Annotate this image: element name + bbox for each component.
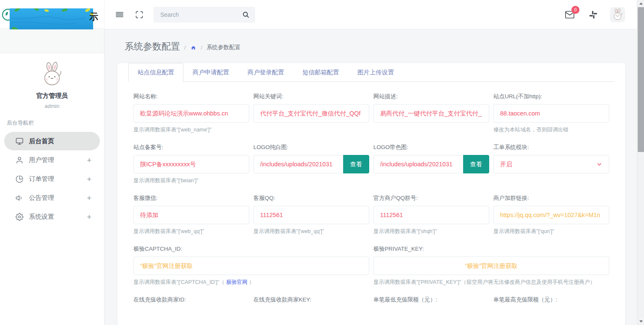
search-icon[interactable] — [242, 11, 250, 18]
field-label: 客服微信: — [133, 194, 249, 202]
sidebar-nav: 后台首页 用户管理 + 订单管理 + 公告管理 + — [0, 132, 104, 226]
site-info-form: 网站名称: 显示调用数据库表"['web_name']" 网站关键词: 网站描述… — [117, 82, 625, 317]
field-helper: 显示调用数据库表"['beian']" — [133, 177, 249, 184]
rabbit-avatar-small — [611, 8, 624, 21]
expand-plus-icon[interactable]: + — [87, 194, 91, 202]
sidebar-item-dashboard[interactable]: 后台首页 — [4, 132, 100, 150]
breadcrumb-separator: / — [184, 43, 186, 51]
breadcrumb: 系统参数配置 / / 系统参数配置 — [104, 29, 637, 53]
notification-badge: 0 — [571, 6, 579, 14]
field-merchant-qq-group: 官方商户QQ群号: 显示调用数据库表"['shqh']" — [373, 194, 489, 235]
field-recharge-merchant-id: 在线充值收款商家ID: — [133, 296, 249, 307]
user-menu-button[interactable] — [610, 7, 625, 22]
field-label: 站点URL(不加http): — [493, 93, 609, 100]
site-name-input[interactable] — [133, 104, 249, 123]
field-min-recharge-limit: 单笔最低充值限额（元）: — [373, 296, 489, 307]
rabbit-avatar[interactable] — [39, 62, 65, 88]
window-scrollbar[interactable] — [637, 0, 644, 325]
field-icp-number: 站点备案号: 显示调用数据库表"['beian']" — [133, 144, 249, 184]
field-helper: 显示调用数据库表"['qun']" — [493, 228, 609, 235]
geetest-captcha-id-input[interactable] — [133, 257, 369, 275]
profile-username: admin — [0, 103, 104, 109]
home-icon[interactable] — [190, 43, 197, 50]
field-label: 在线充值收款商家ID: — [133, 296, 249, 304]
topbar-right: 0 — [565, 7, 625, 22]
field-label: 官方商户QQ群号: — [373, 194, 489, 202]
nav-section-label: 后台导航栏 — [0, 109, 104, 132]
field-geetest-private-key: 极验PRIVATE_KEY: 显示调用数据库表"['PRIVATE_KEY']"… — [373, 245, 609, 286]
service-wechat-input[interactable] — [133, 206, 249, 224]
logo-white-input[interactable] — [253, 155, 343, 173]
field-logo-color: LOGO带色图: 查看 — [373, 144, 489, 184]
tab-merchant-login[interactable]: 商户登录配置 — [238, 63, 293, 82]
menu-toggle-icon[interactable] — [115, 10, 124, 19]
field-helper: 修改为本站域名，否则回调出错 — [493, 126, 609, 134]
scrollbar-thumb[interactable] — [638, 7, 644, 152]
field-label: 极验PRIVATE_KEY: — [373, 245, 609, 253]
scrollbar-up-arrow[interactable] — [637, 0, 644, 7]
field-site-name: 网站名称: 显示调用数据库表"['web_name']" — [133, 93, 249, 134]
field-helper: 显示调用数据库表"['web_name']" — [133, 126, 249, 134]
view-logo-white-button[interactable]: 查看 — [343, 155, 369, 173]
group-link-input[interactable] — [493, 206, 609, 224]
fullscreen-icon[interactable] — [135, 10, 143, 19]
logo-color-input[interactable] — [373, 155, 463, 173]
tab-merchant-apply[interactable]: 商户申请配置 — [183, 63, 238, 82]
monitor-icon — [16, 137, 23, 145]
merchant-qq-group-input[interactable] — [373, 206, 489, 224]
sidebar-item-label: 订单管理 — [29, 175, 54, 183]
page-title: 系统参数配置 — [125, 40, 180, 53]
notifications-button[interactable]: 0 — [565, 10, 575, 20]
field-label: 单笔最高充值限额（元）: — [493, 296, 609, 304]
icp-number-input[interactable] — [133, 155, 249, 173]
site-keywords-input[interactable] — [253, 104, 369, 123]
field-label: 网站关键词: — [253, 93, 369, 100]
brand-area[interactable]: 示 — [0, 0, 104, 28]
chevron-down-icon — [596, 161, 602, 168]
sidebar-item-users[interactable]: 用户管理 + — [4, 151, 100, 169]
expand-plus-icon[interactable]: + — [87, 213, 91, 221]
sidebar-band — [0, 28, 104, 53]
settings-card: 站点信息配置 商户申请配置 商户登录配置 短信邮箱配置 图片上传设置 网站名称:… — [117, 63, 625, 325]
geetest-private-key-input[interactable] — [373, 257, 609, 275]
expand-plus-icon[interactable]: + — [87, 175, 91, 183]
field-helper: 显示调用数据库表"['web_qq']" — [133, 228, 249, 235]
field-ticket-module: 工单系统模块: 开启 — [493, 144, 609, 184]
field-site-url: 站点URL(不加http): 修改为本站域名，否则回调出错 — [493, 93, 609, 134]
field-label: 在线充值收款商家KEY: — [253, 296, 369, 304]
tab-image-upload[interactable]: 图片上传设置 — [348, 63, 403, 82]
sidebar-item-label: 用户管理 — [29, 156, 54, 164]
pie-chart-icon — [16, 175, 23, 183]
service-qq-input[interactable] — [253, 206, 369, 224]
expand-plus-icon[interactable]: + — [87, 156, 91, 164]
speaker-icon — [16, 194, 23, 202]
scrollbar-down-arrow[interactable] — [637, 318, 644, 325]
tab-site-info[interactable]: 站点信息配置 — [128, 63, 183, 82]
site-description-input[interactable] — [373, 104, 489, 123]
field-label: LOGO带色图: — [373, 144, 489, 151]
site-url-input[interactable] — [493, 104, 609, 123]
field-geetest-captcha-id: 极验CAPTCHA_ID: 显示调用数据库表"['CAPTCHA_ID']"（ … — [133, 245, 369, 286]
search-box — [154, 7, 255, 23]
sidebar-item-announcements[interactable]: 公告管理 + — [4, 189, 100, 207]
field-label: 单笔最低充值限额（元）: — [373, 296, 489, 304]
apps-button[interactable] — [589, 10, 597, 19]
field-label: 极验CAPTCHA_ID: — [133, 245, 369, 253]
sidebar-item-orders[interactable]: 订单管理 + — [4, 170, 100, 188]
sidebar-item-settings[interactable]: 系统设置 + — [4, 207, 100, 226]
sidebar-item-label: 公告管理 — [29, 194, 54, 202]
tab-sms-mail[interactable]: 短信邮箱配置 — [293, 63, 348, 82]
field-label: 商户加群链接: — [493, 194, 609, 202]
search-input[interactable] — [154, 7, 255, 23]
tab-bar: 站点信息配置 商户申请配置 商户登录配置 短信邮箱配置 图片上传设置 — [128, 63, 614, 82]
ticket-module-select[interactable]: 开启 — [493, 155, 609, 173]
field-group-link: 商户加群链接: 显示调用数据库表"['qun']" — [493, 194, 609, 235]
field-label: 网站描述: — [373, 93, 489, 100]
view-logo-color-button[interactable]: 查看 — [463, 155, 489, 173]
slack-icon — [589, 10, 597, 19]
user-icon — [16, 156, 23, 164]
field-service-wechat: 客服微信: 显示调用数据库表"['web_qq']" — [133, 194, 249, 235]
geetest-site-link[interactable]: 极验官网 — [226, 279, 248, 285]
field-recharge-merchant-key: 在线充值收款商家KEY: — [253, 296, 369, 307]
gear-icon — [16, 213, 23, 221]
